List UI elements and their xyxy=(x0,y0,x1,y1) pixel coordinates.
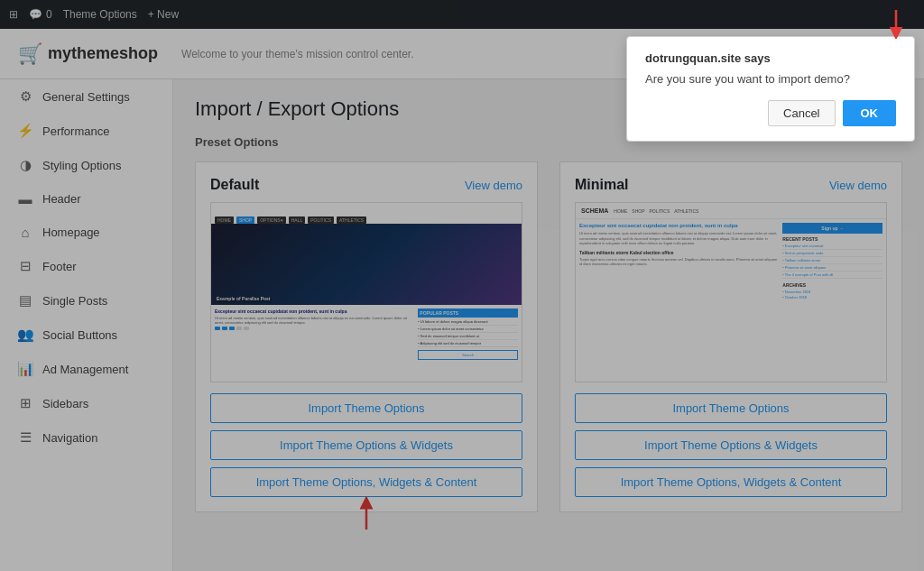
dialog-buttons: Cancel OK xyxy=(645,100,896,126)
dialog-title: dotrungquan.site says xyxy=(645,51,896,65)
dialog-overlay: dotrungquan.site says Are you sure you w… xyxy=(0,0,924,571)
dialog-arrow-annotation xyxy=(860,6,905,39)
dialog-ok-button[interactable]: OK xyxy=(843,100,897,126)
dialog-cancel-button[interactable]: Cancel xyxy=(768,100,835,126)
dialog-message: Are you sure you want to import demo? xyxy=(645,72,896,86)
confirm-dialog: dotrungquan.site says Are you sure you w… xyxy=(626,36,915,142)
